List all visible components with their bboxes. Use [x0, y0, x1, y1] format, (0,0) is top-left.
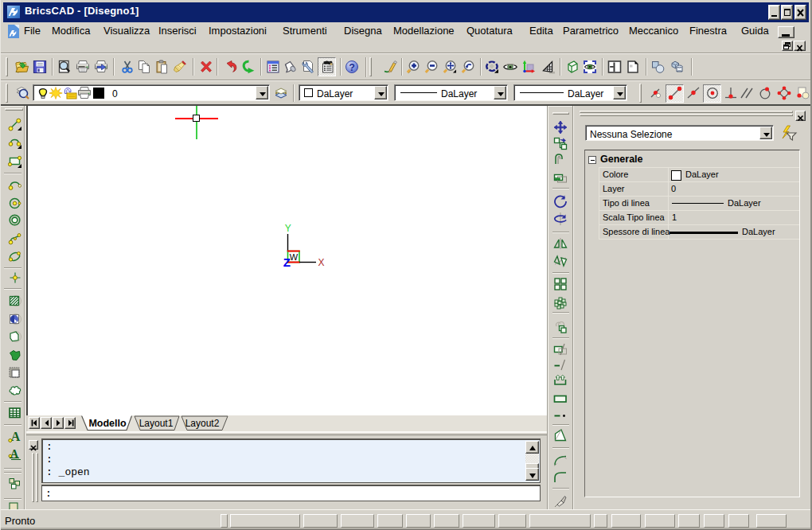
- svg-text:A: A: [11, 430, 21, 443]
- svg-text:?: ?: [349, 62, 355, 73]
- svg-text:Z: Z: [283, 255, 291, 269]
- svg-text:Y: Y: [285, 223, 291, 234]
- svg-text:Layout1: Layout1: [139, 418, 174, 429]
- svg-text:Modello: Modello: [88, 418, 127, 429]
- svg-text:Layout2: Layout2: [185, 418, 220, 429]
- svg-text:X: X: [318, 257, 324, 268]
- svg-text:W: W: [290, 252, 299, 262]
